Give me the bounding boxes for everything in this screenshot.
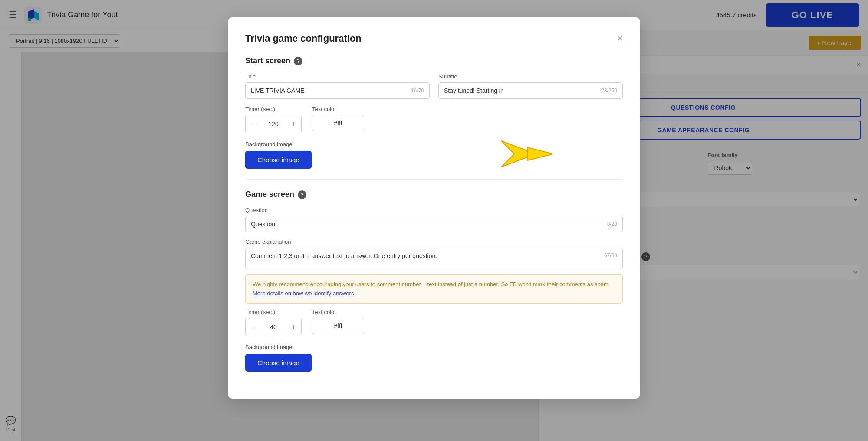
- subtitle-input[interactable]: [444, 87, 598, 94]
- explanation-char-count: 67/80: [604, 252, 617, 258]
- subtitle-char-count: 23/250: [601, 88, 617, 94]
- start-timer-row: Timer (sec.) − 120 + Text color #fff: [245, 106, 623, 133]
- game-timer-group: Timer (sec.) − 40 +: [245, 309, 302, 336]
- game-screen-section: Game screen ? Question 8/20 Game explana…: [245, 190, 623, 372]
- start-timer-label: Timer (sec.): [245, 106, 302, 112]
- game-timer-label: Timer (sec.): [245, 309, 302, 315]
- game-text-color-group: Text color #fff: [312, 309, 364, 336]
- title-label: Title: [245, 73, 430, 80]
- explanation-label: Game explanation: [245, 238, 623, 245]
- game-timer-row: Timer (sec.) − 40 + Text color #fff: [245, 309, 623, 336]
- game-bg-image-label: Background image: [245, 344, 623, 350]
- start-screen-title: Start screen: [245, 56, 290, 65]
- title-group: Title 16/70: [245, 73, 430, 99]
- start-bg-image-section: Background image Choose image: [245, 141, 623, 169]
- start-text-color-group: Text color #fff: [312, 106, 364, 133]
- title-char-count: 16/70: [411, 88, 424, 94]
- modal-header: Trivia game configuration ×: [245, 33, 623, 44]
- warning-box: We highly recommend encouraging your use…: [245, 274, 623, 304]
- game-text-color-input[interactable]: #fff: [312, 318, 364, 334]
- question-group: Question 8/20: [245, 207, 623, 232]
- start-bg-image-label: Background image: [245, 141, 623, 147]
- subtitle-label: Subtitle: [438, 73, 623, 80]
- title-input-wrapper: 16/70: [245, 82, 430, 99]
- start-text-color-label: Text color: [312, 106, 364, 112]
- modal-title: Trivia game configuration: [245, 33, 617, 44]
- game-screen-help-icon[interactable]: ?: [298, 190, 306, 199]
- question-char-count: 8/20: [607, 221, 617, 227]
- game-text-color-label: Text color: [312, 309, 364, 315]
- game-timer-value: 40: [261, 323, 286, 330]
- start-timer-group: Timer (sec.) − 120 +: [245, 106, 302, 133]
- start-timer-control: − 120 +: [245, 115, 302, 133]
- title-input[interactable]: [251, 87, 408, 94]
- start-timer-value: 120: [261, 121, 286, 127]
- explanation-text: Comment 1,2,3 or 4 + answer text to answ…: [251, 252, 601, 259]
- start-timer-plus[interactable]: +: [286, 115, 301, 133]
- explanation-input-wrapper: Comment 1,2,3 or 4 + answer text to answ…: [245, 248, 623, 269]
- subtitle-group: Subtitle 23/250: [438, 73, 623, 99]
- warning-text: We highly recommend encouraging your use…: [253, 281, 615, 287]
- game-timer-minus[interactable]: −: [246, 318, 261, 336]
- section-divider: [245, 179, 623, 180]
- start-text-color-input[interactable]: #fff: [312, 115, 364, 131]
- start-choose-image-button[interactable]: Choose image: [245, 151, 312, 169]
- title-subtitle-row: Title 16/70 Subtitle 23/250: [245, 73, 623, 99]
- game-timer-plus[interactable]: +: [286, 318, 301, 336]
- question-input-wrapper: 8/20: [245, 216, 623, 232]
- explanation-group: Game explanation Comment 1,2,3 or 4 + an…: [245, 238, 623, 269]
- modal-dialog: Trivia game configuration × Start screen…: [228, 17, 640, 399]
- game-timer-control: − 40 +: [245, 318, 302, 336]
- game-screen-title: Game screen: [245, 190, 294, 199]
- start-screen-help-icon[interactable]: ?: [294, 57, 302, 65]
- game-choose-image-button[interactable]: Choose image: [245, 354, 312, 372]
- subtitle-input-wrapper: 23/250: [438, 82, 623, 99]
- question-label: Question: [245, 207, 623, 213]
- modal-overlay: Trivia game configuration × Start screen…: [0, 0, 868, 441]
- game-screen-heading: Game screen ?: [245, 190, 623, 199]
- game-bg-image-section: Background image Choose image: [245, 344, 623, 372]
- modal-close-button[interactable]: ×: [617, 33, 623, 44]
- start-timer-minus[interactable]: −: [246, 115, 261, 133]
- question-input[interactable]: [251, 221, 604, 228]
- warning-link[interactable]: More details on how we identify answers: [253, 290, 354, 297]
- start-screen-heading: Start screen ?: [245, 56, 623, 65]
